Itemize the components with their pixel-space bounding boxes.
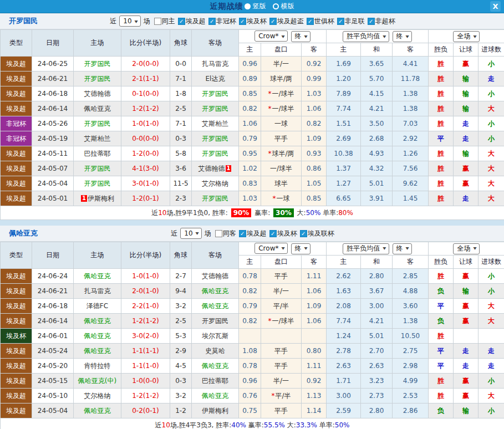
chevron-down-icon: ▼ (281, 247, 284, 251)
same-venue-filter[interactable]: ✓同客 (215, 229, 236, 238)
away-team-name: 艾德翰德 (198, 165, 225, 172)
odds-away: 0.85 (302, 191, 327, 206)
match-date: 24-05-15 (32, 374, 74, 389)
avg-win: 1.51 (327, 116, 361, 131)
away-team-name: El达克 (206, 75, 225, 83)
result-winlose: 胜 (429, 329, 454, 344)
chevron-down-icon: ▼ (304, 247, 308, 251)
handicap: 一球 (261, 116, 302, 131)
section-filter-bar: 佩哈亚克近10▼场✓同客✓埃及超✓埃及杯✓埃及联杯 (0, 226, 504, 242)
match-score: 1-0(1-0) (121, 269, 170, 284)
avg-lose: 2.53 (393, 389, 429, 404)
league-filter-checkbox[interactable]: ✓ (337, 18, 344, 25)
league-filter[interactable]: ✓埃及超 (239, 229, 267, 238)
sub-header-5: 客 (393, 43, 429, 57)
odds-company-select[interactable]: Crow*▼ (254, 243, 287, 254)
radio-vertical-label[interactable]: 竖版 (253, 2, 266, 11)
radio-horizontal-label[interactable]: 横版 (281, 2, 294, 11)
away-team: 伊斯梅利 (192, 404, 239, 418)
match-type: 埃及超 (1, 284, 32, 299)
fulltime-score: 4-1 (132, 165, 143, 172)
match-type: 埃及超 (1, 57, 32, 72)
league-filter[interactable]: ✓埃及联杯 (300, 229, 334, 238)
match-score: 0-1(0-0) (121, 86, 170, 101)
league-filter-checkbox[interactable]: ✓ (208, 18, 216, 25)
league-filter-checkbox[interactable]: ✓ (269, 230, 277, 237)
league-filter[interactable]: ✓埃及杯 (269, 229, 297, 238)
result-handicap: 输 (454, 86, 478, 101)
result-winlose: 胜 (429, 146, 454, 161)
halftime-score: (0-0) (143, 377, 159, 385)
match-type: 非冠杯 (1, 116, 32, 131)
result-goals (478, 329, 504, 344)
odds-final-select[interactable]: 终▼ (291, 243, 310, 254)
away-team: 巴拉蒂耶 (192, 374, 239, 389)
match-date: 24-05-11 (32, 146, 74, 161)
win-draw-lose-avg-select[interactable]: 胜平负均值▼ (343, 31, 389, 42)
league-filter[interactable]: ✓世俱杯 (307, 17, 334, 26)
match-scope-select[interactable]: 全场▼ (453, 243, 479, 254)
league-filter-checkbox[interactable]: ✓ (269, 18, 277, 25)
halftime-score: (0-1) (143, 195, 159, 202)
odds-away: 1.09 (302, 131, 327, 146)
league-filter-label: 埃及杯 (277, 229, 297, 238)
halftime-score: (1-0) (143, 180, 159, 187)
league-filter-checkbox[interactable]: ✓ (239, 18, 246, 25)
corner-score: 7-1 (170, 116, 192, 131)
halftime-score: (1-2) (143, 392, 159, 400)
avg-final-select[interactable]: 终▼ (393, 243, 412, 254)
halftime-score: (1-0) (143, 287, 159, 295)
summary-segment: 近 (151, 209, 158, 217)
match-scope-select[interactable]: 全场▼ (453, 31, 479, 42)
league-filter-checkbox[interactable]: ✓ (178, 18, 185, 25)
odds-company-select[interactable]: Crow*▼ (254, 30, 287, 42)
odds-final-select[interactable]: 终▼ (291, 31, 310, 42)
halftime-score: (1-1) (143, 75, 159, 83)
league-filter-checkbox[interactable]: ✓ (368, 18, 375, 25)
away-team: 史莫哈 (192, 344, 239, 359)
match-score: 1-2(0-0) (121, 146, 170, 161)
odds-home: 0.79 (239, 131, 261, 146)
match-date: 24-06-21 (32, 72, 74, 86)
avg-win: 2.62 (327, 269, 361, 284)
result-handicap: 输 (454, 404, 478, 418)
handicap: 平手 (261, 344, 302, 359)
odds-away: 0.92 (302, 374, 327, 389)
league-filter[interactable]: ✓非足联 (337, 17, 365, 26)
match-row: 埃及超24-06-21开罗国民2-1(1-1)7-1El达克0.89球半/两0.… (1, 72, 504, 86)
away-team: 扎马雷克 (192, 57, 239, 72)
avg-lose: 10.50 (393, 329, 429, 344)
radio-horizontal-icon[interactable] (273, 3, 279, 9)
recent-count-select[interactable]: 10▼ (180, 228, 201, 239)
halftime-score: (0-0) (143, 60, 159, 68)
radio-vertical-selected-icon[interactable] (245, 3, 251, 9)
same-venue-filter-checkbox[interactable]: ✓ (154, 18, 161, 25)
avg-final-select-value: 终 (396, 244, 403, 253)
same-venue-filter-checkbox[interactable]: ✓ (215, 230, 222, 237)
summary-segment: 近 (155, 421, 162, 429)
close-icon[interactable]: X (490, 1, 501, 12)
away-team: 开罗国民 (192, 131, 239, 146)
league-filter[interactable]: ✓埃及杯 (239, 17, 267, 26)
league-filter[interactable]: ✓非超杯 (368, 17, 395, 26)
league-filter-checkbox[interactable]: ✓ (300, 230, 307, 237)
league-filter-checkbox[interactable]: ✓ (239, 230, 246, 237)
asterisk-marker: * (268, 150, 271, 157)
match-date: 24-06-25 (32, 57, 74, 72)
summary-text: 近10场,胜9平1负0, 胜率: 90% 赢率: 30% 大:50% 单率:80… (1, 206, 504, 220)
league-filter[interactable]: ✓埃及超盃 (269, 17, 304, 26)
result-goals: 走 (478, 344, 504, 359)
league-filter-checkbox[interactable]: ✓ (307, 18, 314, 25)
fulltime-score: 1-2 (132, 150, 143, 157)
halftime-score: (0-0) (143, 135, 159, 142)
recent-count-select[interactable]: 10▼ (119, 16, 140, 27)
league-filter[interactable]: ✓非冠杯 (208, 17, 236, 26)
win-draw-lose-avg-select[interactable]: 胜平负均值▼ (343, 243, 389, 254)
result-winlose: 平 (429, 131, 454, 146)
home-team-name: 佩哈亚克 (84, 105, 111, 113)
avg-final-select[interactable]: 终▼ (393, 31, 412, 42)
same-venue-filter[interactable]: ✓同主 (154, 17, 175, 26)
match-date: 24-06-21 (32, 284, 74, 299)
league-filter[interactable]: ✓埃及超 (178, 17, 206, 26)
odds-home: 1.02 (239, 161, 261, 176)
